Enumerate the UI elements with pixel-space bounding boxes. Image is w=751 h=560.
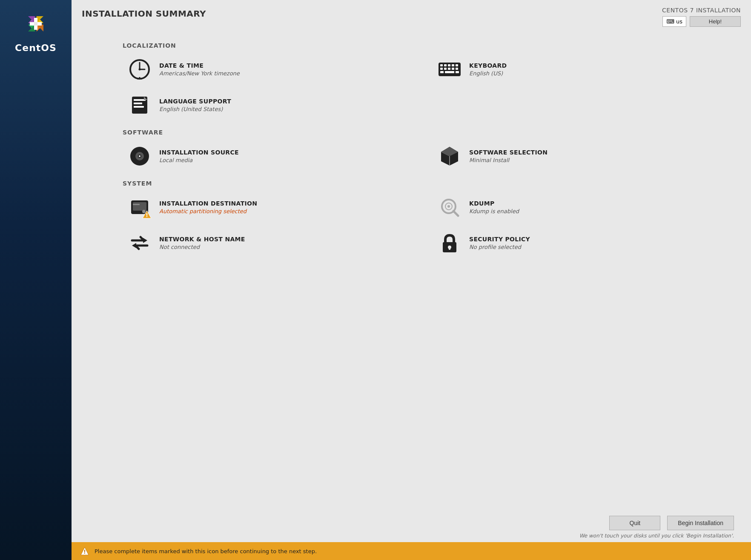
localization-section-label: LOCALIZATION bbox=[123, 42, 725, 49]
language-icon bbox=[128, 93, 152, 117]
svg-rect-25 bbox=[448, 68, 450, 70]
network-hostname-subtitle: Not connected bbox=[159, 244, 245, 250]
svg-rect-18 bbox=[440, 64, 443, 66]
installation-destination-subtitle: Automatic partitioning selected bbox=[159, 208, 257, 214]
date-time-subtitle: Americas/New York timezone bbox=[159, 70, 240, 77]
date-time-text: DATE & TIME Americas/New York timezone bbox=[159, 62, 240, 77]
svg-rect-22 bbox=[456, 64, 458, 66]
package-icon bbox=[438, 144, 461, 168]
svg-marker-54 bbox=[143, 238, 147, 243]
sidebar: CentOS bbox=[0, 0, 72, 560]
svg-rect-10 bbox=[34, 22, 37, 26]
software-section-label: SOFTWARE bbox=[123, 129, 725, 136]
kdump-item[interactable]: KDUMP Kdump is enabled bbox=[433, 191, 725, 223]
svg-text:!: ! bbox=[146, 212, 148, 218]
centos-logo: CentOS bbox=[15, 9, 57, 53]
software-selection-item[interactable]: SOFTWARE SELECTION Minimal Install bbox=[433, 140, 725, 172]
kdump-icon bbox=[438, 195, 461, 219]
keyboard-icon: ⌨ bbox=[666, 18, 674, 25]
svg-rect-27 bbox=[456, 68, 458, 70]
installation-source-title: INSTALLATION SOURCE bbox=[159, 149, 239, 156]
keyboard-icon-graphic bbox=[438, 57, 461, 81]
installation-destination-title: INSTALLATION DESTINATION bbox=[159, 200, 257, 207]
software-selection-text: SOFTWARE SELECTION Minimal Install bbox=[469, 149, 547, 163]
svg-rect-19 bbox=[444, 64, 447, 66]
security-policy-subtitle: No profile selected bbox=[469, 244, 530, 250]
install-title: CENTOS 7 INSTALLATION bbox=[662, 7, 741, 14]
svg-rect-20 bbox=[448, 64, 450, 66]
header: INSTALLATION SUMMARY CENTOS 7 INSTALLATI… bbox=[72, 0, 751, 30]
language-support-subtitle: English (United States) bbox=[159, 106, 231, 112]
svg-rect-58 bbox=[449, 247, 450, 250]
svg-point-14 bbox=[139, 69, 141, 71]
localization-grid: DATE & TIME Americas/New York timezone bbox=[123, 53, 725, 121]
disk-icon: ! bbox=[128, 195, 152, 219]
network-hostname-title: NETWORK & HOST NAME bbox=[159, 236, 245, 243]
svg-rect-21 bbox=[452, 64, 454, 66]
svg-rect-26 bbox=[452, 68, 454, 70]
svg-point-53 bbox=[447, 205, 450, 208]
network-hostname-text: NETWORK & HOST NAME Not connected bbox=[159, 236, 245, 250]
date-time-item[interactable]: DATE & TIME Americas/New York timezone bbox=[123, 53, 416, 86]
lang-value: us bbox=[676, 18, 682, 25]
network-hostname-item[interactable]: NETWORK & HOST NAME Not connected bbox=[123, 227, 416, 259]
footer-note: We won't touch your disks until you clic… bbox=[72, 533, 751, 542]
svg-marker-55 bbox=[132, 243, 136, 248]
centos-logo-icon bbox=[20, 9, 51, 39]
language-support-text: LANGUAGE SUPPORT English (United States) bbox=[159, 98, 231, 112]
keyboard-item[interactable]: KEYBOARD English (US) bbox=[433, 53, 725, 86]
kdump-subtitle: Kdump is enabled bbox=[469, 208, 519, 214]
installation-destination-text: INSTALLATION DESTINATION Automatic parti… bbox=[159, 200, 257, 214]
keyboard-text: KEYBOARD English (US) bbox=[469, 62, 507, 77]
installation-source-item[interactable]: INSTALLATION SOURCE Local media bbox=[123, 140, 416, 172]
disc-icon bbox=[128, 144, 152, 168]
language-support-item[interactable]: LANGUAGE SUPPORT English (United States) bbox=[123, 89, 416, 121]
quit-button[interactable]: Quit bbox=[609, 516, 660, 530]
security-policy-text: SECURITY POLICY No profile selected bbox=[469, 236, 530, 250]
installation-source-text: INSTALLATION SOURCE Local media bbox=[159, 149, 239, 163]
software-grid: INSTALLATION SOURCE Local media SOF bbox=[123, 140, 725, 172]
help-button[interactable]: Help! bbox=[690, 16, 741, 27]
system-grid: ! INSTALLATION DESTINATION Automatic par… bbox=[123, 191, 725, 259]
language-support-title: LANGUAGE SUPPORT bbox=[159, 98, 231, 105]
svg-rect-24 bbox=[444, 68, 447, 70]
page-title: INSTALLATION SUMMARY bbox=[82, 9, 206, 19]
svg-rect-47 bbox=[133, 204, 140, 205]
begin-installation-button[interactable]: Begin Installation bbox=[667, 516, 734, 530]
installation-destination-item[interactable]: ! INSTALLATION DESTINATION Automatic par… bbox=[123, 191, 416, 223]
svg-rect-32 bbox=[134, 99, 146, 101]
software-selection-subtitle: Minimal Install bbox=[469, 157, 547, 163]
warning-triangle-icon: ! bbox=[80, 546, 89, 556]
lock-icon bbox=[438, 231, 461, 255]
kdump-title: KDUMP bbox=[469, 200, 519, 207]
main-area: INSTALLATION SUMMARY CENTOS 7 INSTALLATI… bbox=[72, 0, 751, 560]
footer-buttons: Quit Begin Installation bbox=[72, 511, 751, 533]
svg-rect-28 bbox=[440, 71, 444, 73]
clock-icon bbox=[128, 57, 152, 81]
top-right: CENTOS 7 INSTALLATION ⌨ us Help! bbox=[662, 7, 741, 27]
system-section-label: SYSTEM bbox=[123, 180, 725, 187]
svg-rect-30 bbox=[456, 71, 459, 73]
svg-rect-23 bbox=[440, 68, 443, 70]
svg-rect-34 bbox=[134, 106, 144, 108]
svg-line-51 bbox=[453, 211, 458, 216]
svg-rect-45 bbox=[133, 202, 146, 211]
network-icon bbox=[128, 231, 152, 255]
svg-rect-33 bbox=[134, 103, 142, 104]
software-selection-title: SOFTWARE SELECTION bbox=[469, 149, 547, 156]
content-area: LOCALIZATION DATE & TIME bbox=[72, 30, 751, 511]
warning-message: Please complete items marked with this i… bbox=[95, 548, 317, 554]
svg-rect-29 bbox=[445, 71, 454, 73]
security-policy-title: SECURITY POLICY bbox=[469, 236, 530, 243]
svg-text:!: ! bbox=[83, 549, 86, 555]
keyboard-subtitle: English (US) bbox=[469, 70, 507, 77]
date-time-title: DATE & TIME bbox=[159, 62, 240, 69]
warning-bar: ! Please complete items marked with this… bbox=[72, 542, 751, 560]
keyboard-title: KEYBOARD bbox=[469, 62, 507, 69]
kdump-text: KDUMP Kdump is enabled bbox=[469, 200, 519, 214]
security-policy-item[interactable]: SECURITY POLICY No profile selected bbox=[433, 227, 725, 259]
sidebar-logo-text: CentOS bbox=[15, 43, 57, 53]
language-selector[interactable]: ⌨ us bbox=[662, 16, 686, 27]
svg-point-39 bbox=[139, 155, 140, 157]
lang-help-row: ⌨ us Help! bbox=[662, 16, 741, 27]
